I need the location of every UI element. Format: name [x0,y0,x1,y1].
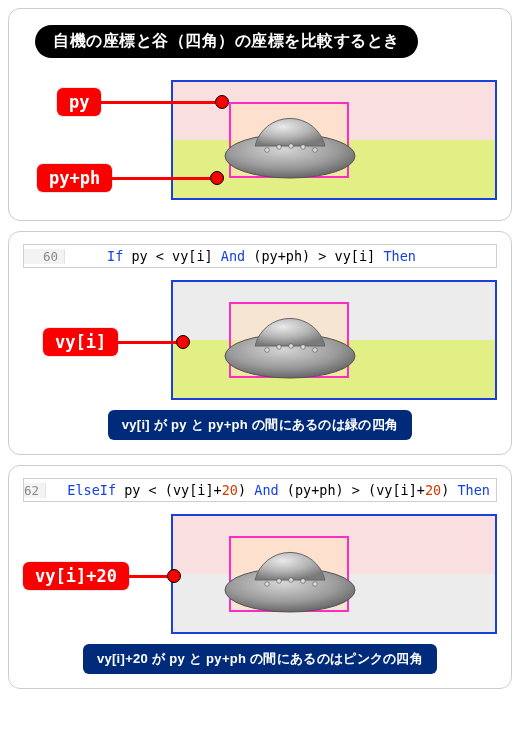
panel-coord-compare: 自機の座標と谷（四角）の座標を比較するとき py py+ph [8,8,512,221]
leader-line [118,341,178,344]
diagram-1: py py+ph [23,80,497,200]
code-num: 20 [425,482,441,498]
code-kw-then: Then [383,248,416,264]
code-linenum: 62 [24,483,46,498]
tag-py: py [57,88,229,116]
code-kw-if: If [107,248,123,264]
leader-dot [176,335,190,349]
code-seg: (py+ph) > vy[i] [245,248,383,264]
panel-vy-i: 60 If py < vy[i] And (py+ph) > vy[i] The… [8,231,512,455]
panel-vy-i-20: 62 ElseIf py < (vy[i]+ 20 ) And (py+ph) … [8,465,512,689]
tag-label: py+ph [37,164,112,192]
code-kw-and: And [254,482,278,498]
code-kw-and: And [221,248,245,264]
diagram-3: vy[i]+20 [23,514,497,634]
leader-line [101,101,217,104]
code-kw-then: Then [457,482,490,498]
code-seg: ) [238,482,254,498]
panel-title: 自機の座標と谷（四角）の座標を比較するとき [35,25,418,58]
leader-dot [210,171,224,185]
stage [171,280,497,400]
player-bbox [229,302,349,378]
leader-line [129,575,169,578]
caption-row: vy[i]+20 が py と py+ph の間にあるのはピンクの四角 [23,644,497,674]
page: 自機の座標と谷（四角）の座標を比較するとき py py+ph [0,0,520,707]
tag-py-ph: py+ph [37,164,224,192]
code-seg: py < (vy[i]+ [116,482,222,498]
stage [171,514,497,634]
leader-dot [215,95,229,109]
caption-row: vy[i] が py と py+ph の間にあるのは緑の四角 [23,410,497,440]
code-linenum: 60 [24,249,65,264]
code-seg: (py+ph) > (vy[i]+ [279,482,425,498]
leader-line [112,177,212,180]
code-line-62: 62 ElseIf py < (vy[i]+ 20 ) And (py+ph) … [23,478,497,502]
player-bbox [229,102,349,178]
code-seg: ) [441,482,457,498]
caption-green: vy[i] が py と py+ph の間にあるのは緑の四角 [108,410,413,440]
tag-vy-i: vy[i] [43,328,190,356]
leader-dot [167,569,181,583]
code-seg: py < vy[i] [123,248,221,264]
player-bbox [229,536,349,612]
code-kw-elseif: ElseIf [67,482,116,498]
caption-pink: vy[i]+20 が py と py+ph の間にあるのはピンクの四角 [83,644,437,674]
code-line-60: 60 If py < vy[i] And (py+ph) > vy[i] The… [23,244,497,268]
diagram-2: vy[i] [23,280,497,400]
code-num: 20 [222,482,238,498]
tag-label: vy[i]+20 [23,562,129,590]
tag-vy-i-20: vy[i]+20 [23,562,181,590]
tag-label: py [57,88,101,116]
tag-label: vy[i] [43,328,118,356]
